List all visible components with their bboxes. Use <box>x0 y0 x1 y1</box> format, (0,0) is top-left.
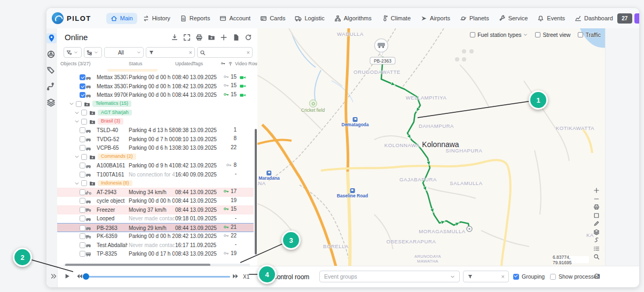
nav-item-main[interactable]: Main <box>106 13 137 24</box>
chevron-down-icon[interactable] <box>74 181 80 186</box>
refresh-icon[interactable] <box>245 34 252 41</box>
nav-item-algorithms[interactable]: Algorithms <box>330 13 376 24</box>
col-updated[interactable]: Updated <box>175 61 193 66</box>
nav-item-history[interactable]: History <box>138 13 175 24</box>
sensor-column-icon[interactable] <box>228 61 233 66</box>
group-row[interactable]: Commands (2) <box>57 152 254 162</box>
map-search-icon[interactable] <box>593 253 600 260</box>
object-filter-dropdown[interactable] <box>64 47 82 58</box>
event-groups-select[interactable]: Event groups <box>319 271 460 282</box>
map-scurve-icon[interactable] <box>593 237 600 243</box>
group-row[interactable]: Telematics (15) <box>57 99 254 109</box>
group-checkbox[interactable] <box>81 180 87 186</box>
tag-filter-box[interactable]: × <box>146 47 195 58</box>
group-row[interactable]: Brasil (3) <box>57 117 254 126</box>
object-row[interactable]: AT-2943Moving 34 km/h08:44 13.09.202517 <box>57 188 254 197</box>
playback-speed[interactable]: X1 <box>243 274 249 280</box>
group-row[interactable]: Indonesia (8) <box>57 179 254 188</box>
object-row[interactable]: Mettax 35307111...Parking 00 d 00 h 15 m… <box>57 82 254 91</box>
checkbox[interactable] <box>535 32 540 37</box>
chevron-down-icon[interactable] <box>74 119 80 124</box>
nav-item-airports[interactable]: Airports <box>416 13 454 24</box>
col-tags[interactable]: Tags <box>193 61 203 66</box>
checkbox[interactable] <box>578 32 583 37</box>
nav-item-planets[interactable]: Planets <box>455 13 493 24</box>
map-pencil-icon[interactable] <box>593 220 600 227</box>
nav-item-account[interactable]: Account <box>215 13 255 24</box>
clear-filter-icon[interactable]: × <box>189 49 192 56</box>
group-checkbox[interactable] <box>81 119 87 125</box>
map-frame-icon[interactable] <box>593 212 600 219</box>
pin-icon[interactable] <box>46 33 57 43</box>
chevron-down-icon[interactable] <box>74 110 80 116</box>
refresh-events-icon[interactable] <box>593 273 600 280</box>
fast-forward-button[interactable] <box>232 273 239 280</box>
object-row[interactable]: PK-6359Parking 00 d 00 h 22 min08:42 13.… <box>57 232 254 241</box>
file-icon[interactable] <box>232 34 240 41</box>
object-row[interactable]: Test AbdallahNever made contact16:17 11.… <box>57 241 254 250</box>
object-row[interactable]: VCPB-65Parking 00 d 6 h 13 min08:30 13.0… <box>57 144 254 153</box>
map-plus-icon[interactable] <box>593 187 600 194</box>
vertical-scrollbar[interactable] <box>255 129 257 255</box>
nav-item-cards[interactable]: Cards <box>256 13 289 24</box>
vehicle-marker[interactable]: PB-2363 <box>370 39 395 65</box>
nav-item-logistic[interactable]: Logistic <box>290 13 328 24</box>
chevron-down-icon[interactable] <box>69 101 74 106</box>
routepen-icon[interactable] <box>46 82 56 91</box>
nav-item-service[interactable]: Service <box>494 13 532 24</box>
object-row[interactable]: Mettax 35307111...Parking 00 d 00 h 05 m… <box>57 73 254 82</box>
all-select[interactable]: All <box>104 47 144 58</box>
show-processed-checkbox-box[interactable] <box>550 274 556 280</box>
fit-icon[interactable] <box>183 34 191 41</box>
group-checkbox[interactable] <box>81 110 87 116</box>
object-row[interactable]: TSLD-40Parking 4 d 13 h 58 min08:38 13.0… <box>57 126 254 135</box>
group-checkbox[interactable] <box>76 101 82 107</box>
video-camera-icon[interactable] <box>239 74 246 81</box>
map-toggle-traffic[interactable]: Traffic <box>578 32 601 38</box>
search-input[interactable] <box>207 49 245 56</box>
map-canvas[interactable]: PB-2363 SEDAWATTAWADULLAORUGODAWATTEWELL… <box>257 28 605 266</box>
object-row[interactable]: TP-8325Parking 00 d 17 h 03 min08:43 13.… <box>57 250 254 259</box>
nav-item-reports[interactable]: Reports <box>176 13 215 24</box>
layers-icon[interactable] <box>46 98 56 107</box>
folderplus-icon[interactable] <box>208 34 215 41</box>
tags-icon[interactable] <box>46 66 56 75</box>
download-icon[interactable] <box>171 34 178 41</box>
play-button[interactable] <box>64 273 70 280</box>
object-row[interactable]: FreezerMoving 37 km/h08:44 13.09.202515 <box>57 205 254 214</box>
scroll-up-icon[interactable] <box>253 62 257 66</box>
map-toggle-fuel-station-types[interactable]: Fuel station types <box>470 32 528 38</box>
show-processed-checkbox[interactable]: Show processed <box>550 273 600 280</box>
map-toggle-street-view[interactable]: Street view <box>535 32 570 38</box>
object-row[interactable]: TVDG-52Parking 00 d 7 h 00 min08:10 13.0… <box>57 135 254 144</box>
chevron-down-icon[interactable] <box>74 154 80 159</box>
object-row[interactable]: T100TA161No connection for 4 days16:40 0… <box>57 170 254 179</box>
playback-slider-track[interactable] <box>85 276 230 278</box>
col-status[interactable]: Status <box>129 61 143 66</box>
map-minus-icon[interactable] <box>593 196 600 202</box>
print-icon[interactable] <box>195 34 203 41</box>
group-checkbox[interactable] <box>81 154 87 160</box>
event-filter-box[interactable]: × <box>463 271 509 282</box>
object-row[interactable]: A100BA161Parking 00 d 9 h 41 min08:42 13… <box>57 162 254 171</box>
object-row[interactable]: PB-2363Moving 29 km/h08:44 13.09.202521 <box>57 223 254 232</box>
counter-badge[interactable]: 0 <box>634 13 640 24</box>
video-camera-icon[interactable] <box>239 83 246 89</box>
expand-panel-icon[interactable] <box>50 273 57 280</box>
plus-icon[interactable] <box>220 34 227 41</box>
nav-item-climate[interactable]: Climate <box>377 13 415 24</box>
rewind-button[interactable] <box>76 273 83 280</box>
group-row[interactable]: AGT Sharjah <box>57 109 254 118</box>
map-print-icon[interactable] <box>593 204 600 210</box>
checkbox[interactable] <box>470 32 475 37</box>
clear-search-icon[interactable]: × <box>247 49 250 56</box>
key-column-icon[interactable] <box>221 61 225 66</box>
grouping-checkbox-box[interactable] <box>513 274 519 280</box>
tag-filter-input[interactable] <box>156 49 187 56</box>
object-row[interactable]: cycle objectParking 00 d 00 h 00 min08:4… <box>57 197 254 206</box>
app-logo[interactable]: PILOT <box>52 12 91 24</box>
map-layers-icon[interactable] <box>593 229 600 235</box>
col-video[interactable]: Video <box>235 61 247 66</box>
col-objects[interactable]: Objects (3/27) <box>60 61 91 66</box>
playback-slider-knob[interactable] <box>83 273 89 280</box>
